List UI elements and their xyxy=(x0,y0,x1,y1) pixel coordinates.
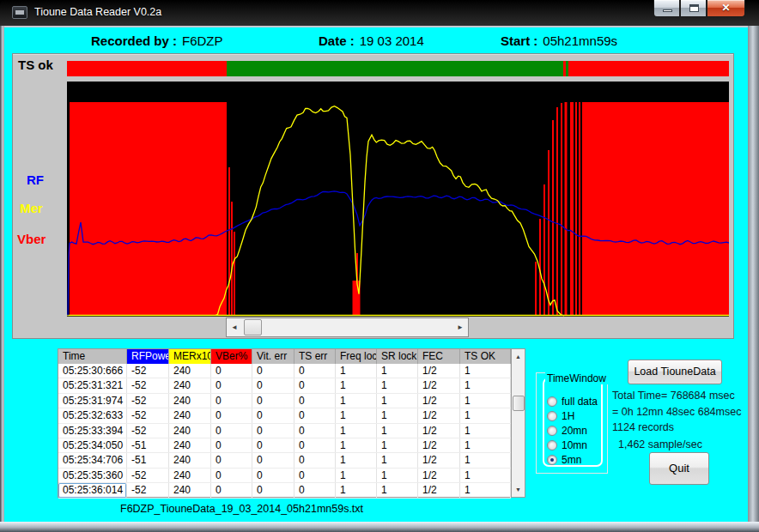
table-cell[interactable]: 1 xyxy=(336,453,377,467)
table-cell[interactable]: 1 xyxy=(460,408,511,422)
table-row[interactable]: 05:25:35:360-52240000111/21 xyxy=(58,469,511,483)
table-cell[interactable]: 1 xyxy=(460,483,511,497)
table-row[interactable]: 05:25:34:050-51240000111/21 xyxy=(58,438,511,453)
table-cell[interactable]: 0 xyxy=(211,378,252,392)
table-cell[interactable]: 05:25:36:014 xyxy=(58,483,127,497)
table-cell[interactable]: 1 xyxy=(336,424,377,438)
table-cell[interactable]: 1/2 xyxy=(418,438,460,452)
column-header-merx10[interactable]: MERx10 xyxy=(169,349,211,364)
column-header-ts-ok[interactable]: TS OK xyxy=(460,349,511,364)
table-cell[interactable]: 0 xyxy=(252,378,294,392)
quit-button[interactable]: Quit xyxy=(649,452,709,485)
radio-option-1H[interactable]: 1H xyxy=(547,408,598,423)
table-cell[interactable]: 240 xyxy=(169,394,211,408)
table-cell[interactable]: 1 xyxy=(460,378,511,392)
table-cell[interactable]: 1 xyxy=(336,483,377,497)
table-cell[interactable]: 1 xyxy=(336,438,377,452)
table-cell[interactable]: 0 xyxy=(252,424,294,438)
table-row[interactable]: 05:25:30:666-52240000111/21 xyxy=(58,364,511,378)
table-row[interactable]: 05:25:32:633-52240000111/21 xyxy=(58,408,511,423)
chart-horizontal-scrollbar[interactable]: ◄ ► xyxy=(226,317,469,337)
table-row[interactable]: 05:25:33:394-52240000111/21 xyxy=(58,424,511,438)
table-cell[interactable]: 1 xyxy=(377,483,418,497)
table-cell[interactable]: 0 xyxy=(211,394,252,408)
table-cell[interactable]: 0 xyxy=(252,438,294,452)
table-cell[interactable]: 1 xyxy=(460,364,511,378)
table-row[interactable]: 05:25:31:321-52240000111/21 xyxy=(58,378,511,393)
table-cell[interactable]: 1/2 xyxy=(418,394,460,408)
table-cell[interactable]: 1 xyxy=(377,438,418,452)
table-cell[interactable]: 0 xyxy=(211,364,252,378)
column-header-fec[interactable]: FEC xyxy=(418,349,460,364)
table-cell[interactable]: -52 xyxy=(127,483,169,497)
table-cell[interactable]: 0 xyxy=(252,408,294,422)
table-scrollbar-thumb[interactable] xyxy=(513,396,525,411)
table-cell[interactable]: -52 xyxy=(127,364,169,378)
table-row[interactable]: 05:25:31:974-52240000111/21 xyxy=(58,394,511,408)
table-vertical-scrollbar[interactable]: ▲ ▼ xyxy=(511,349,525,497)
titlebar[interactable]: Tioune Data Reader V0.2a ✕ xyxy=(0,0,759,26)
table-cell[interactable]: 0 xyxy=(211,424,252,438)
table-cell[interactable]: 1 xyxy=(460,424,511,438)
table-cell[interactable]: 1 xyxy=(336,378,377,392)
table-cell[interactable]: 1 xyxy=(336,408,377,422)
column-header-freq-lock[interactable]: Freq lock xyxy=(336,349,377,364)
radio-option-10mn[interactable]: 10mn xyxy=(547,438,598,452)
table-cell[interactable]: 1/2 xyxy=(418,378,460,392)
table-cell[interactable]: 0 xyxy=(252,364,294,378)
table-cell[interactable]: 1 xyxy=(377,394,418,408)
radio-option-5mn[interactable]: 5mn xyxy=(547,452,598,467)
table-cell[interactable]: 1 xyxy=(336,469,377,482)
load-tiounedata-button[interactable]: Load TiouneData xyxy=(628,360,722,384)
column-header-time[interactable]: Time xyxy=(58,349,127,364)
table-cell[interactable]: 1 xyxy=(460,394,511,408)
column-header-vber-[interactable]: VBer% xyxy=(211,349,252,364)
table-cell[interactable]: 240 xyxy=(169,438,211,452)
maximize-button[interactable] xyxy=(680,0,707,17)
table-cell[interactable]: 240 xyxy=(169,364,211,378)
table-cell[interactable]: -51 xyxy=(127,438,169,452)
table-cell[interactable]: 0 xyxy=(211,453,252,467)
scrollbar-track[interactable] xyxy=(242,318,452,336)
table-cell[interactable]: 0 xyxy=(294,424,336,438)
table-cell[interactable]: 1 xyxy=(336,394,377,408)
table-cell[interactable]: 0 xyxy=(294,438,336,452)
table-cell[interactable]: 0 xyxy=(211,483,252,497)
column-header-vit-err[interactable]: Vit. err xyxy=(252,349,294,364)
close-button[interactable]: ✕ xyxy=(707,0,745,17)
table-cell[interactable]: 0 xyxy=(294,378,336,392)
radio-option-20mn[interactable]: 20mn xyxy=(547,423,598,438)
table-cell[interactable]: 1 xyxy=(377,408,418,422)
table-cell[interactable]: 1/2 xyxy=(418,453,460,467)
table-cell[interactable]: 05:25:34:050 xyxy=(58,438,127,452)
table-cell[interactable]: 05:25:32:633 xyxy=(58,408,127,422)
table-cell[interactable]: 1 xyxy=(377,453,418,467)
table-cell[interactable]: 0 xyxy=(211,438,252,452)
table-cell[interactable]: 1/2 xyxy=(418,469,460,482)
table-cell[interactable]: 0 xyxy=(252,394,294,408)
table-cell[interactable]: 05:25:35:360 xyxy=(58,469,127,482)
table-cell[interactable]: 1 xyxy=(377,469,418,482)
table-cell[interactable]: -51 xyxy=(127,453,169,467)
scrollbar-thumb[interactable] xyxy=(244,319,262,336)
table-cell[interactable]: 1 xyxy=(460,438,511,452)
table-cell[interactable]: 1/2 xyxy=(418,408,460,422)
table-cell[interactable]: -52 xyxy=(127,469,169,482)
table-cell[interactable]: 05:25:30:666 xyxy=(58,364,127,378)
scroll-down-button[interactable]: ▼ xyxy=(512,482,525,497)
table-cell[interactable]: 0 xyxy=(211,469,252,482)
table-cell[interactable]: 240 xyxy=(169,378,211,392)
table-cell[interactable]: 0 xyxy=(294,469,336,482)
table-cell[interactable]: 05:25:31:974 xyxy=(58,394,127,408)
table-cell[interactable]: 240 xyxy=(169,469,211,482)
table-cell[interactable]: 0 xyxy=(294,364,336,378)
table-cell[interactable]: 05:25:33:394 xyxy=(58,424,127,438)
table-cell[interactable]: 1 xyxy=(460,469,511,482)
table-cell[interactable]: -52 xyxy=(127,394,169,408)
table-cell[interactable]: 05:25:34:706 xyxy=(58,453,127,467)
table-cell[interactable]: 0 xyxy=(294,408,336,422)
table-cell[interactable]: 0 xyxy=(294,453,336,467)
table-cell[interactable]: 1 xyxy=(460,453,511,467)
table-cell[interactable]: 240 xyxy=(169,483,211,497)
table-cell[interactable]: 240 xyxy=(169,453,211,467)
